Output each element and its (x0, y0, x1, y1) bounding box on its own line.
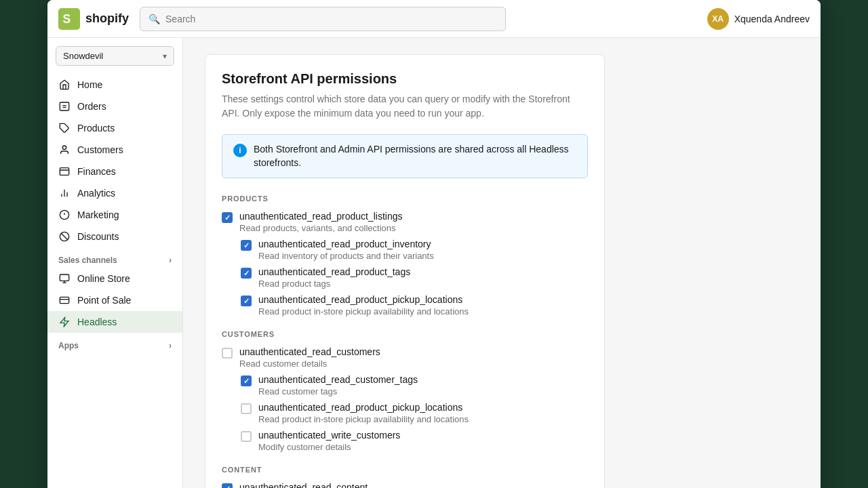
store-chevron-icon: ▾ (163, 52, 167, 61)
checkbox-read-product-tags[interactable] (241, 268, 252, 279)
sidebar-item-online-store-label: Online Store (77, 273, 130, 284)
info-icon: i (233, 144, 247, 157)
perm-customers-pickup-locations: unauthenticated_read_product_pickup_loca… (241, 402, 588, 424)
sidebar-item-marketing-label: Marketing (77, 209, 119, 220)
sidebar: Snowdevil ▾ Home Orders Products (47, 38, 183, 488)
sidebar-item-analytics[interactable]: Analytics (47, 182, 182, 204)
products-permissions-group: PRODUCTS unauthenticated_read_product_li… (222, 195, 588, 317)
checkbox-read-product-listings[interactable] (222, 212, 233, 223)
apps-chevron-icon: › (169, 341, 172, 350)
sidebar-item-orders[interactable]: Orders (47, 96, 182, 117)
apps-label: Apps (58, 341, 79, 350)
avatar: XA (707, 8, 729, 30)
perm-name: unauthenticated_read_product_inventory (258, 239, 434, 249)
search-input[interactable] (165, 14, 497, 24)
sidebar-item-orders-label: Orders (77, 101, 106, 112)
perm-read-product-listings: unauthenticated_read_product_listings Re… (222, 211, 588, 233)
sidebar-item-home-label: Home (77, 79, 102, 90)
orders-icon (58, 100, 71, 113)
perm-name: unauthenticated_read_product_pickup_loca… (258, 294, 469, 305)
sidebar-item-home[interactable]: Home (47, 74, 182, 96)
logo-text: shopify (85, 12, 129, 26)
perm-desc: Read product in-store pickup availabilit… (258, 306, 469, 317)
sidebar-right (644, 38, 821, 488)
perm-read-product-pickup-locations: unauthenticated_read_product_pickup_loca… (241, 294, 588, 317)
checkbox-read-content[interactable] (222, 483, 233, 488)
sidebar-item-point-of-sale[interactable]: Point of Sale (47, 289, 182, 311)
checkbox-write-customers[interactable] (241, 431, 252, 442)
sidebar-item-customers[interactable]: Customers (47, 139, 182, 161)
page-description: These settings control which store data … (222, 92, 588, 121)
svg-text:S: S (62, 12, 71, 26)
header: S shopify 🔍 XA Xquenda Andreev (47, 0, 821, 38)
customers-permissions-group: CUSTOMERS unauthenticated_read_customers… (222, 330, 588, 452)
svg-rect-20 (60, 297, 68, 303)
discounts-icon (58, 230, 71, 243)
perm-desc: Modify customer details (258, 442, 400, 452)
content-permissions-group: CONTENT unauthenticated_read_content (222, 466, 588, 488)
perm-desc: Read customer tags (258, 386, 418, 396)
pos-icon (58, 294, 71, 306)
search-bar[interactable]: 🔍 (140, 7, 506, 31)
checkbox-read-product-pickup-locations[interactable] (241, 296, 252, 306)
username: Xquenda Andreev (734, 14, 810, 24)
checkbox-read-product-inventory[interactable] (241, 240, 252, 251)
sidebar-item-products-label: Products (77, 123, 115, 134)
headless-icon (58, 316, 71, 328)
sidebar-item-marketing[interactable]: Marketing (47, 204, 182, 226)
marketing-icon (58, 209, 71, 221)
content-section-label: CONTENT (222, 466, 588, 474)
sidebar-item-finances-label: Finances (77, 166, 116, 177)
logo[interactable]: S shopify (58, 8, 129, 30)
svg-marker-22 (60, 317, 68, 326)
apps-section[interactable]: Apps › (47, 333, 182, 353)
perm-read-customers: unauthenticated_read_customers Read cust… (222, 346, 588, 369)
online-store-icon (58, 272, 71, 285)
svg-line-16 (61, 233, 67, 239)
perm-read-product-inventory: unauthenticated_read_product_inventory R… (241, 239, 588, 261)
perm-read-content: unauthenticated_read_content (222, 482, 588, 488)
customers-icon (58, 144, 71, 156)
finances-icon (58, 165, 71, 178)
main-content: Storefront API permissions These setting… (183, 38, 644, 488)
checkbox-read-customer-tags[interactable] (241, 375, 252, 386)
search-icon: 🔍 (149, 14, 160, 24)
perm-name: unauthenticated_read_customer_tags (258, 374, 418, 385)
body: Snowdevil ▾ Home Orders Products (47, 38, 821, 488)
sidebar-item-analytics-label: Analytics (77, 188, 115, 199)
sidebar-item-discounts-label: Discounts (77, 231, 119, 242)
perm-name: unauthenticated_read_customers (239, 346, 380, 357)
perm-read-product-tags: unauthenticated_read_product_tags Read p… (241, 266, 588, 289)
checkbox-customers-pickup-locations[interactable] (241, 403, 252, 414)
perm-desc: Read customer details (239, 359, 380, 369)
perm-name: unauthenticated_read_product_pickup_loca… (258, 402, 469, 413)
sidebar-item-customers-label: Customers (77, 144, 123, 155)
svg-point-6 (62, 146, 66, 149)
sales-channels-chevron-icon: › (169, 256, 172, 265)
sidebar-item-headless[interactable]: Headless (47, 311, 182, 333)
customers-section-label: CUSTOMERS (222, 330, 588, 338)
sidebar-item-products[interactable]: Products (47, 117, 182, 139)
products-section-label: PRODUCTS (222, 195, 588, 203)
sales-channels-section[interactable]: Sales channels › (47, 247, 182, 268)
shopify-logo-icon: S (58, 8, 80, 30)
info-box: i Both Storefront and Admin API permissi… (222, 134, 588, 178)
checkbox-read-customers[interactable] (222, 348, 233, 359)
perm-name: unauthenticated_read_product_tags (258, 266, 410, 277)
store-selector[interactable]: Snowdevil ▾ (56, 46, 174, 66)
products-icon (58, 122, 71, 134)
analytics-icon (58, 187, 71, 199)
home-icon (58, 79, 71, 91)
perm-desc: Read product tags (258, 279, 410, 289)
sidebar-item-headless-label: Headless (77, 317, 117, 327)
page-title: Storefront API permissions (222, 71, 588, 87)
sidebar-item-finances[interactable]: Finances (47, 161, 182, 182)
sidebar-item-online-store[interactable]: Online Store (47, 268, 182, 289)
svg-rect-17 (60, 274, 68, 281)
sidebar-item-pos-label: Point of Sale (77, 295, 131, 306)
info-text: Both Storefront and Admin API permission… (254, 143, 576, 169)
perm-desc: Read inventory of products and their var… (258, 251, 434, 261)
sidebar-item-discounts[interactable]: Discounts (47, 226, 182, 247)
perm-read-customer-tags: unauthenticated_read_customer_tags Read … (241, 374, 588, 396)
perm-name: unauthenticated_read_content (239, 482, 368, 488)
